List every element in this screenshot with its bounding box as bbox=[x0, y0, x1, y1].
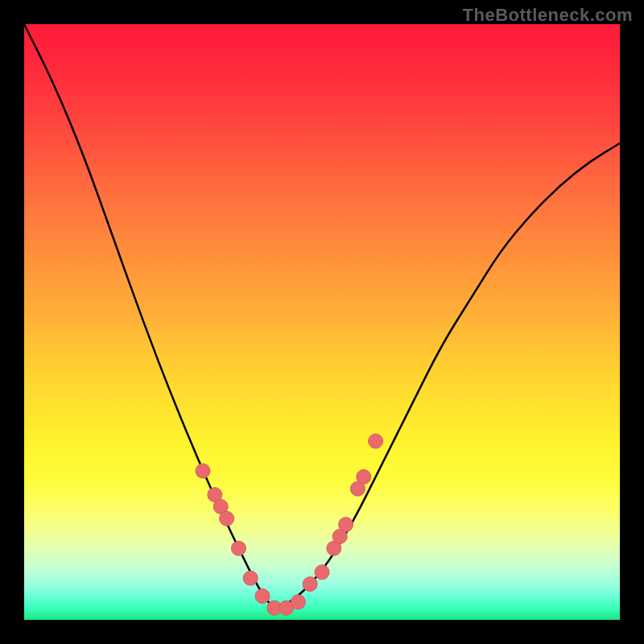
watermark-text: TheBottleneck.com bbox=[463, 5, 633, 26]
marker-point bbox=[369, 434, 383, 448]
bottleneck-curve bbox=[24, 24, 620, 606]
marker-point bbox=[243, 571, 258, 585]
marker-point bbox=[315, 565, 329, 580]
marker-point bbox=[231, 541, 246, 555]
marker-point bbox=[339, 518, 353, 532]
marker-point bbox=[220, 511, 234, 526]
marker-point bbox=[303, 577, 317, 592]
marker-point bbox=[357, 469, 371, 484]
curve-markers bbox=[196, 434, 383, 615]
marker-point bbox=[255, 588, 270, 603]
chart-frame: TheBottleneck.com bbox=[0, 0, 644, 644]
plot-area bbox=[24, 24, 620, 620]
chart-svg bbox=[24, 24, 620, 620]
marker-point bbox=[196, 464, 210, 478]
marker-point bbox=[291, 595, 305, 609]
